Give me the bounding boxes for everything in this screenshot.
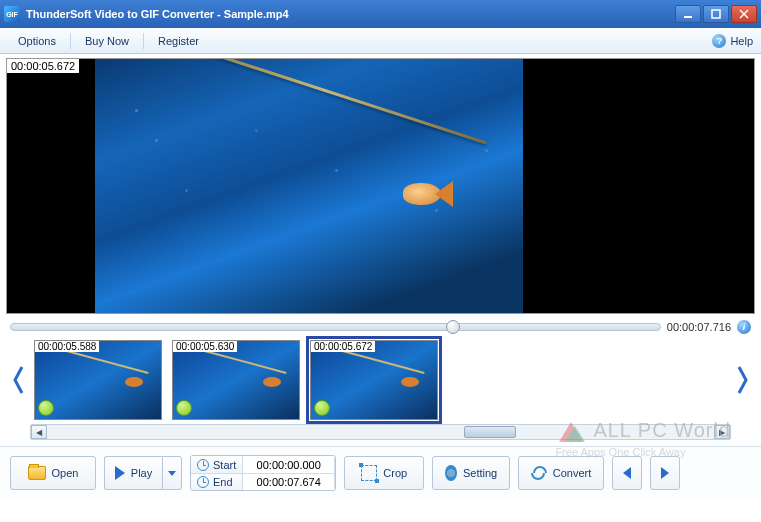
thumbnail-badge-icon: [38, 400, 54, 416]
video-timestamp: 00:00:05.672: [7, 59, 79, 73]
menu-register[interactable]: Register: [148, 31, 209, 51]
clock-icon: [197, 476, 209, 488]
svg-rect-1: [712, 10, 720, 18]
thumbs-scrollbar[interactable]: ◀ ▶: [30, 424, 731, 440]
toolbar: Open Play Start 00:00:00.000 End 00:00:0…: [0, 446, 761, 499]
end-label: End: [213, 476, 233, 488]
end-time-button[interactable]: End: [191, 473, 243, 490]
thumbnail-timestamp: 00:00:05.588: [35, 341, 99, 352]
crop-icon: [361, 465, 377, 481]
maximize-button[interactable]: [703, 5, 729, 23]
clock-icon: [197, 459, 209, 471]
help-label: Help: [730, 35, 753, 47]
arrow-right-icon: [661, 467, 669, 479]
thumbnail-badge-icon: [176, 400, 192, 416]
setting-label: Setting: [463, 467, 497, 479]
play-dropdown-button[interactable]: [162, 456, 182, 490]
menubar: Options Buy Now Register ? Help: [0, 28, 761, 54]
app-icon: GIF: [4, 6, 20, 22]
menu-separator: [70, 33, 71, 49]
chevron-down-icon: [168, 471, 176, 476]
minimize-button[interactable]: [675, 5, 701, 23]
start-time-button[interactable]: Start: [191, 456, 243, 473]
timeline-slider[interactable]: [10, 323, 661, 331]
setting-button[interactable]: Setting: [432, 456, 510, 490]
info-icon[interactable]: i: [737, 320, 751, 334]
scrollbar-thumb[interactable]: [464, 426, 516, 438]
start-label: Start: [213, 459, 236, 471]
menu-separator: [143, 33, 144, 49]
end-time-field[interactable]: 00:00:07.674: [243, 473, 335, 490]
thumbnail[interactable]: 00:00:05.672: [310, 340, 438, 420]
menu-options[interactable]: Options: [8, 31, 66, 51]
open-label: Open: [52, 467, 79, 479]
time-range-grid: Start 00:00:00.000 End 00:00:07.674: [190, 455, 336, 491]
timeline-knob[interactable]: [446, 320, 460, 334]
thumbnail-timestamp: 00:00:05.672: [311, 341, 375, 352]
video-preview[interactable]: 00:00:05.672: [6, 58, 755, 314]
thumbnail[interactable]: 00:00:05.630: [172, 340, 300, 420]
window-title: ThunderSoft Video to GIF Converter - Sam…: [26, 8, 289, 20]
arrow-left-icon: [623, 467, 631, 479]
next-frame-button[interactable]: [650, 456, 680, 490]
crop-label: Crop: [383, 467, 407, 479]
thumbs-next-button[interactable]: [733, 362, 751, 398]
convert-button[interactable]: Convert: [518, 456, 604, 490]
gear-icon: [445, 465, 457, 481]
convert-label: Convert: [553, 467, 592, 479]
titlebar[interactable]: GIF ThunderSoft Video to GIF Converter -…: [0, 0, 761, 28]
menu-buy-now[interactable]: Buy Now: [75, 31, 139, 51]
thumbnail-timestamp: 00:00:05.630: [173, 341, 237, 352]
help-button[interactable]: ? Help: [712, 34, 753, 48]
thumbs-prev-button[interactable]: [10, 362, 28, 398]
prev-frame-button[interactable]: [612, 456, 642, 490]
play-button[interactable]: Play: [104, 456, 162, 490]
crop-button[interactable]: Crop: [344, 456, 424, 490]
timeline-duration: 00:00:07.716: [667, 321, 731, 333]
thumbnail-badge-icon: [314, 400, 330, 416]
play-icon: [115, 466, 125, 480]
thumbnail-strip: 00:00:05.588 00:00:05.630 00:00:05.672: [34, 340, 727, 420]
scroll-right-button[interactable]: ▶: [714, 425, 730, 439]
scroll-left-button[interactable]: ◀: [31, 425, 47, 439]
open-button[interactable]: Open: [10, 456, 96, 490]
play-label: Play: [131, 467, 152, 479]
thumbnail[interactable]: 00:00:05.588: [34, 340, 162, 420]
convert-icon: [531, 465, 546, 481]
folder-icon: [28, 466, 46, 480]
help-icon: ?: [712, 34, 726, 48]
start-time-field[interactable]: 00:00:00.000: [243, 456, 335, 473]
close-button[interactable]: [731, 5, 757, 23]
